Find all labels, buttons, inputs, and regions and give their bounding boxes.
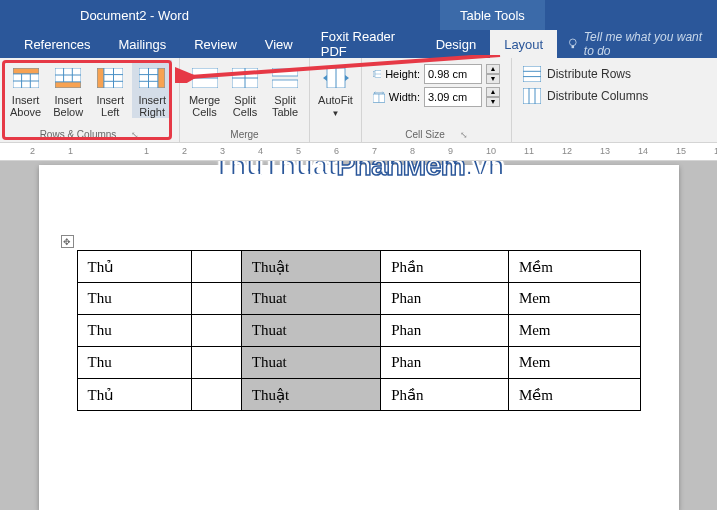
- table-row[interactable]: ThuThuatPhanMem: [77, 315, 640, 347]
- table-row[interactable]: ThủThuậtPhầnMềm: [77, 251, 640, 283]
- split-table-button[interactable]: SplitTable: [266, 60, 304, 118]
- width-up-button[interactable]: ▲: [486, 87, 500, 97]
- svg-rect-12: [97, 68, 104, 88]
- ruler-tick: 7: [372, 146, 377, 156]
- ruler-tick: 5: [296, 146, 301, 156]
- table-cell[interactable]: Thuật: [241, 251, 381, 283]
- insert-above-button[interactable]: InsertAbove: [5, 60, 46, 118]
- table-cell[interactable]: [191, 379, 241, 411]
- height-down-button[interactable]: ▼: [486, 74, 500, 84]
- rows-columns-dialog-launcher-icon[interactable]: ⤡: [131, 130, 139, 140]
- ribbon: InsertAbove InsertBelow InsertLeft Inser…: [0, 58, 717, 143]
- table-cell[interactable]: Mem: [508, 315, 640, 347]
- svg-rect-35: [523, 66, 541, 82]
- tab-references[interactable]: References: [10, 30, 104, 58]
- svg-rect-18: [158, 68, 165, 88]
- table-row[interactable]: ThuThuatPhanMem: [77, 347, 640, 379]
- split-table-icon: [272, 68, 298, 88]
- svg-rect-28: [272, 80, 298, 88]
- insert-right-label: InsertRight: [138, 94, 166, 118]
- insert-below-label: InsertBelow: [53, 94, 83, 118]
- insert-left-icon: [97, 68, 123, 88]
- svg-rect-8: [55, 82, 81, 88]
- ruler-tick: 14: [638, 146, 648, 156]
- row-height-icon: [373, 65, 381, 83]
- svg-rect-38: [523, 88, 541, 104]
- table-cell[interactable]: [191, 251, 241, 283]
- table-cell[interactable]: Thuat: [241, 347, 381, 379]
- table-cell[interactable]: Thủ: [77, 251, 191, 283]
- table-row[interactable]: ThủThuậtPhầnMềm: [77, 379, 640, 411]
- tab-design[interactable]: Design: [422, 30, 490, 58]
- table-cell[interactable]: Phan: [381, 283, 509, 315]
- table-cell[interactable]: Thuat: [241, 315, 381, 347]
- ruler-tick: 8: [410, 146, 415, 156]
- table-cell[interactable]: Mem: [508, 283, 640, 315]
- lightbulb-icon: [567, 37, 579, 51]
- height-input[interactable]: [424, 64, 482, 84]
- tab-foxit[interactable]: Foxit Reader PDF: [307, 30, 422, 58]
- table-cell[interactable]: Mềm: [508, 379, 640, 411]
- table-cell[interactable]: Thủ: [77, 379, 191, 411]
- tab-mailings[interactable]: Mailings: [104, 30, 180, 58]
- table-cell[interactable]: Thu: [77, 315, 191, 347]
- width-input[interactable]: [424, 87, 482, 107]
- ruler-tick: 1: [144, 146, 149, 156]
- ruler-tick: 12: [562, 146, 572, 156]
- distribute-rows-label: Distribute Rows: [547, 67, 631, 81]
- distribute-columns-icon: [523, 88, 541, 104]
- merge-cells-label: MergeCells: [189, 94, 220, 118]
- height-up-button[interactable]: ▲: [486, 64, 500, 74]
- table-cell[interactable]: Thu: [77, 347, 191, 379]
- table-cell[interactable]: Phần: [381, 251, 509, 283]
- distribute-columns-button[interactable]: Distribute Columns: [523, 88, 651, 104]
- distribute-rows-button[interactable]: Distribute Rows: [523, 66, 651, 82]
- insert-below-button[interactable]: InsertBelow: [48, 60, 88, 118]
- table-cell[interactable]: [191, 283, 241, 315]
- group-merge: MergeCells SplitCells SplitTable Merge: [180, 58, 310, 142]
- tab-view[interactable]: View: [251, 30, 307, 58]
- table-cell[interactable]: Thuat: [241, 283, 381, 315]
- ruler-tick: 15: [676, 146, 686, 156]
- table-cell[interactable]: Phan: [381, 347, 509, 379]
- table-cell[interactable]: Mem: [508, 347, 640, 379]
- svg-rect-2: [13, 68, 39, 74]
- height-label: Height:: [385, 68, 420, 80]
- ruler-tick: 13: [600, 146, 610, 156]
- cell-size-dialog-launcher-icon[interactable]: ⤡: [460, 130, 468, 140]
- svg-rect-1: [572, 46, 574, 48]
- ruler-tick: 4: [258, 146, 263, 156]
- document-viewport: ThuThuatPhanMem.vn ✥ ThủThuậtPhầnMềmThuT…: [0, 161, 717, 510]
- ruler-tick: 9: [448, 146, 453, 156]
- table-move-handle-icon[interactable]: ✥: [61, 235, 74, 248]
- table-row[interactable]: ThuThuatPhanMem: [77, 283, 640, 315]
- insert-below-icon: [55, 68, 81, 88]
- watermark: ThuThuatPhanMem.vn: [213, 161, 504, 182]
- distribute-columns-label: Distribute Columns: [547, 89, 648, 103]
- horizontal-ruler[interactable]: 2112345678910111213141516: [0, 143, 717, 161]
- table-cell[interactable]: Thu: [77, 283, 191, 315]
- table-cell[interactable]: [191, 347, 241, 379]
- tab-review[interactable]: Review: [180, 30, 251, 58]
- insert-right-button[interactable]: InsertRight: [132, 60, 172, 118]
- tab-layout[interactable]: Layout: [490, 30, 557, 58]
- svg-rect-27: [272, 68, 298, 76]
- content-table[interactable]: ThủThuậtPhầnMềmThuThuatPhanMemThuThuatPh…: [77, 250, 641, 411]
- table-cell[interactable]: Thuật: [241, 379, 381, 411]
- dropdown-icon: ▼: [332, 109, 340, 118]
- table-cell[interactable]: [191, 315, 241, 347]
- cell-size-label: Cell Size: [405, 129, 444, 140]
- tell-me-search[interactable]: Tell me what you want to do: [567, 30, 707, 58]
- insert-left-button[interactable]: InsertLeft: [90, 60, 130, 118]
- group-autofit: AutoFit▼: [310, 58, 362, 142]
- merge-cells-button[interactable]: MergeCells: [185, 60, 224, 118]
- tell-me-text: Tell me what you want to do: [584, 30, 707, 58]
- width-down-button[interactable]: ▼: [486, 97, 500, 107]
- split-cells-button[interactable]: SplitCells: [226, 60, 264, 118]
- table-cell[interactable]: Phan: [381, 315, 509, 347]
- table-cell[interactable]: Mềm: [508, 251, 640, 283]
- distribute-rows-icon: [523, 66, 541, 82]
- table-cell[interactable]: Phần: [381, 379, 509, 411]
- autofit-button[interactable]: AutoFit▼: [315, 60, 356, 120]
- split-cells-label: SplitCells: [233, 94, 257, 118]
